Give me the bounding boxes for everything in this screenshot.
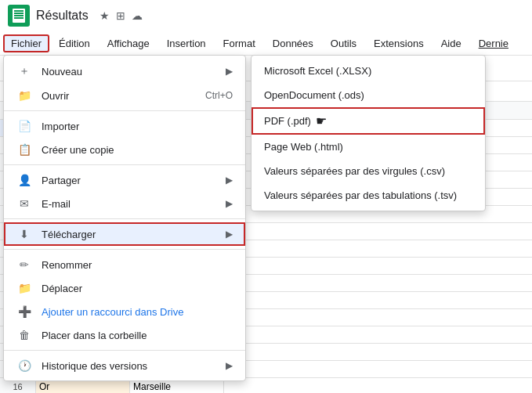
folder-icon[interactable]: ⊞ [116,9,125,22]
corbeille-icon: 🗑 [16,329,32,341]
raccourci-icon: ➕ [16,305,32,318]
historique-icon: 🕐 [16,359,32,372]
menu-item-ouvrir[interactable]: 📁 Ouvrir Ctrl+O [4,84,245,107]
divider-5 [4,350,245,351]
deplacer-label: Déplacer [42,283,82,294]
menu-affichage[interactable]: Affichage [100,34,157,52]
doc-title: Résultats [36,9,89,23]
menu-bar: Fichier Édition Affichage Insertion Form… [0,31,532,55]
corbeille-label: Placer dans la corbeille [42,330,147,341]
raccourci-label: Ajouter un raccourci dans Drive [42,306,183,318]
historique-arrow: ▶ [226,360,233,371]
partager-icon: 👤 [16,174,32,186]
submenu-item-csv[interactable]: Valeurs séparées par des virgules (.csv) [252,159,485,183]
pdf-label: PDF (.pdf) [264,115,311,127]
title-icons: ★ ⊞ ☁ [100,9,143,22]
partager-arrow: ▶ [226,175,233,186]
menu-donnees[interactable]: Données [265,34,321,52]
nouveau-icon: ＋ [16,64,32,78]
menu-edition[interactable]: Édition [51,34,98,52]
menu-format[interactable]: Format [215,34,263,52]
ods-label: OpenDocument (.ods) [264,89,364,101]
menu-fichier[interactable]: Fichier [3,34,49,52]
menu-item-raccourci[interactable]: ➕ Ajouter un raccourci dans Drive [4,300,245,323]
menu-item-historique[interactable]: 🕐 Historique des versions ▶ [4,354,245,377]
renommer-icon: ✏ [16,258,32,271]
menu-insertion[interactable]: Insertion [159,34,214,52]
telecharger-arrow: ▶ [226,229,233,240]
star-icon[interactable]: ★ [100,9,110,22]
menu-item-renommer[interactable]: ✏ Renommer [4,253,245,276]
menu-item-nouveau[interactable]: ＋ Nouveau ▶ [4,59,245,84]
menu-item-copie[interactable]: 📋 Créer une copie [4,138,245,161]
historique-label: Historique des versions [42,360,147,372]
tsv-label: Valeurs séparées par des tabulations (.t… [264,189,457,201]
submenu-item-ods[interactable]: OpenDocument (.ods) [252,83,485,107]
telecharger-submenu: Microsoft Excel (.XLSX) OpenDocument (.o… [251,55,486,211]
menu-extensions[interactable]: Extensions [366,34,432,52]
cloud-icon[interactable]: ☁ [132,9,143,22]
nouveau-arrow: ▶ [226,66,233,77]
copie-icon: 📋 [16,143,32,156]
sheets-logo [8,5,30,27]
menu-item-deplacer[interactable]: 📁 Déplacer [4,276,245,300]
nouveau-label: Nouveau [42,66,82,78]
html-label: Page Web (.html) [264,141,343,153]
menu-item-partager[interactable]: 👤 Partager ▶ [4,168,245,192]
importer-icon: 📄 [16,120,32,132]
submenu-item-xlsx[interactable]: Microsoft Excel (.XLSX) [252,59,485,83]
renommer-label: Renommer [42,259,92,271]
menu-dernie[interactable]: Dernie [471,34,516,52]
file-menu: ＋ Nouveau ▶ 📁 Ouvrir Ctrl+O 📄 Importer 📋… [3,55,246,381]
divider-2 [4,164,245,165]
title-bar: Résultats ★ ⊞ ☁ [0,0,532,31]
telecharger-label: Télécharger [42,229,96,240]
divider-3 [4,218,245,219]
submenu-item-tsv[interactable]: Valeurs séparées par des tabulations (.t… [252,183,485,207]
menu-item-importer[interactable]: 📄 Importer [4,114,245,138]
email-icon: ✉ [16,197,32,210]
menu-item-telecharger[interactable]: ⬇ Télécharger ▶ [4,222,245,246]
submenu-item-html[interactable]: Page Web (.html) [252,135,485,159]
xlsx-label: Microsoft Excel (.XLSX) [264,65,371,77]
importer-label: Importer [42,121,79,132]
ouvrir-shortcut: Ctrl+O [205,90,233,101]
deplacer-icon: 📁 [16,282,32,294]
menu-item-email[interactable]: ✉ E-mail ▶ [4,192,245,215]
ouvrir-label: Ouvrir [42,90,69,102]
telecharger-icon: ⬇ [16,228,32,240]
ouvrir-icon: 📁 [16,89,32,102]
menu-aide[interactable]: Aide [433,34,469,52]
partager-label: Partager [42,175,81,186]
menu-item-corbeille[interactable]: 🗑 Placer dans la corbeille [4,323,245,347]
cursor-pointer-icon: ☛ [316,114,327,128]
email-label: E-mail [42,198,71,210]
csv-label: Valeurs séparées par des virgules (.csv) [264,165,445,177]
divider-1 [4,110,245,111]
email-arrow: ▶ [226,198,233,209]
copie-label: Créer une copie [42,144,114,156]
menu-outils[interactable]: Outils [323,34,364,52]
submenu-item-pdf[interactable]: PDF (.pdf) ☛ [252,107,485,135]
divider-4 [4,249,245,250]
